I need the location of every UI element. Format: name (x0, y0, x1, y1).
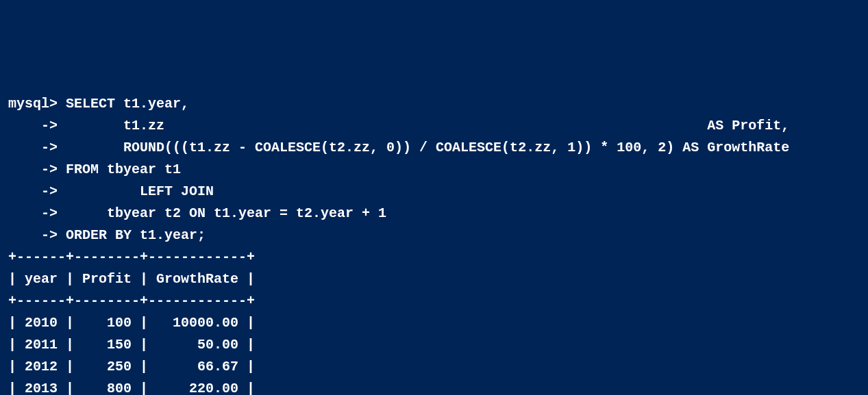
continuation-prompt: -> (8, 118, 58, 133)
mysql-prompt: mysql> (8, 96, 58, 112)
table-border-mid: +------+--------+------------+ (8, 293, 255, 309)
query-line-1: SELECT t1.year, (58, 96, 189, 112)
continuation-prompt: -> (8, 162, 58, 177)
table-row: | 2013 | 800 | 220.00 | (8, 381, 255, 395)
terminal-output: mysql> SELECT t1.year, -> t1.zz AS Profi… (8, 93, 860, 395)
query-line-7: ORDER BY t1.year; (58, 227, 206, 243)
table-row: | 2011 | 150 | 50.00 | (8, 337, 255, 353)
table-row: | 2012 | 250 | 66.67 | (8, 359, 255, 374)
continuation-prompt: -> (8, 227, 58, 243)
continuation-prompt: -> (8, 140, 58, 155)
table-header: | year | Profit | GrowthRate | (8, 271, 255, 287)
continuation-prompt: -> (8, 205, 58, 221)
query-line-6: tbyear t2 ON t1.year = t2.year + 1 (58, 205, 386, 221)
query-line-2: t1.zz AS Profit, (58, 118, 789, 133)
table-row: | 2010 | 100 | 10000.00 | (8, 315, 255, 331)
query-line-3: ROUND(((t1.zz - COALESCE(t2.zz, 0)) / CO… (58, 140, 789, 155)
table-border-top: +------+--------+------------+ (8, 249, 255, 265)
query-line-4: FROM tbyear t1 (58, 162, 181, 177)
continuation-prompt: -> (8, 183, 58, 199)
query-line-5: LEFT JOIN (58, 183, 214, 199)
